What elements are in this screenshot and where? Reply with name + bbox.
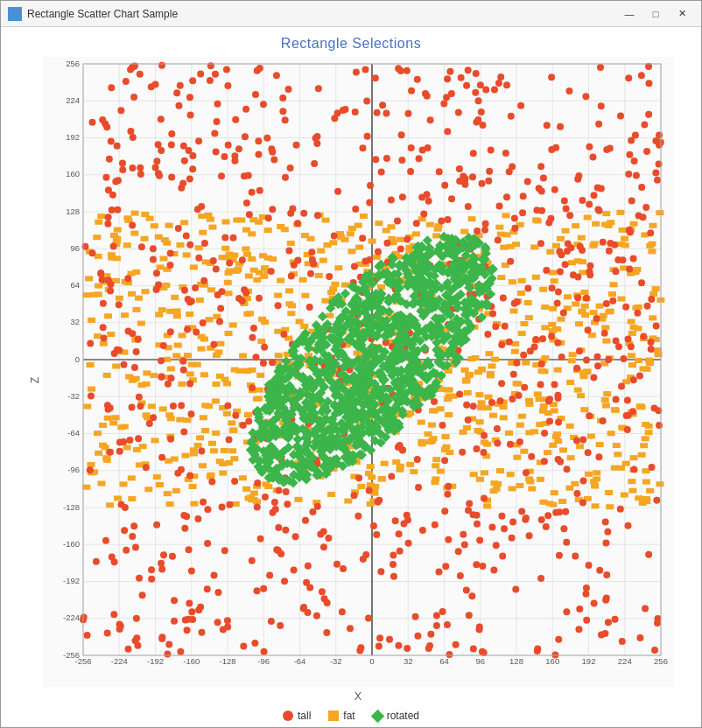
window-controls: — □ ✕	[617, 5, 694, 23]
window-icon	[8, 7, 22, 21]
minimize-button[interactable]: —	[617, 5, 642, 23]
chart-container: Rectangle Selections Z X tall fat rotate…	[1, 27, 701, 727]
legend-item-rotated: rotated	[373, 710, 419, 722]
window-title: Rectangle Scatter Chart Sample	[27, 8, 617, 20]
legend-square-icon	[328, 710, 339, 721]
legend-tall-label: tall	[298, 710, 311, 722]
close-button[interactable]: ✕	[670, 5, 694, 23]
title-bar: Rectangle Scatter Chart Sample — □ ✕	[1, 1, 701, 27]
legend-fat-label: fat	[343, 710, 355, 722]
legend-item-tall: tall	[283, 710, 311, 722]
chart-legend: tall fat rotated	[283, 703, 419, 727]
scatter-canvas[interactable]	[43, 57, 673, 687]
legend-circle-icon	[283, 710, 293, 721]
legend-diamond-icon	[370, 709, 384, 723]
maximize-button[interactable]: □	[643, 5, 668, 23]
main-window: Rectangle Scatter Chart Sample — □ ✕ Rec…	[0, 0, 702, 728]
y-axis-label: Z	[29, 376, 41, 383]
chart-title: Rectangle Selections	[281, 36, 421, 52]
x-axis-label: X	[355, 690, 362, 703]
chart-with-xaxis: X	[43, 57, 673, 703]
legend-rotated-label: rotated	[387, 710, 419, 722]
legend-item-fat: fat	[328, 710, 355, 722]
chart-area: Z X	[29, 57, 673, 703]
